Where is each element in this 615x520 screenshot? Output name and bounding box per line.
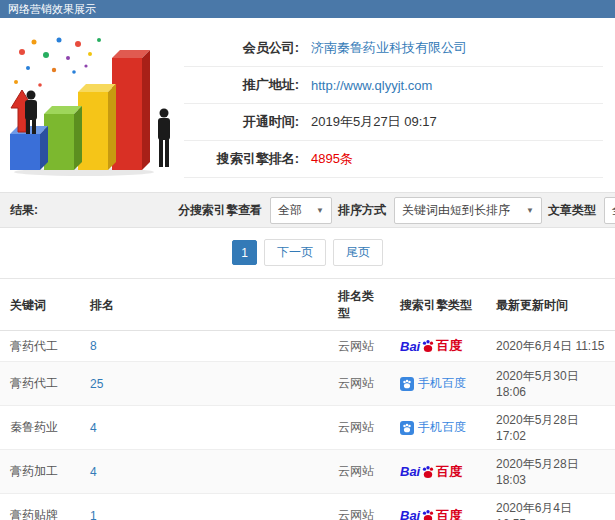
baidu-logo-bai-text: Bai <box>400 464 420 479</box>
info-label: 会员公司: <box>184 39 299 57</box>
engine-cell: 手机百度 <box>390 362 486 406</box>
rank-type-cell: 云网站 <box>328 331 390 362</box>
title-bar: 网络营销效果展示 <box>0 0 615 18</box>
updated-cell: 2020年5月28日 17:02 <box>486 406 615 450</box>
baidu-paw-icon <box>421 465 435 479</box>
updated-cell: 2020年6月4日 11:15 <box>486 331 615 362</box>
info-label: 推广地址: <box>184 76 299 94</box>
info-value[interactable]: http://www.qlyyjt.com <box>311 78 432 93</box>
results-label: 结果: <box>10 202 178 219</box>
info-panel: 会员公司: 济南秦鲁药业科技有限公司 推广地址: http://www.qlyy… <box>184 30 607 184</box>
baidu-pc-logo: Bai 百度 <box>400 337 462 355</box>
rank-cell[interactable]: 25 <box>80 362 328 406</box>
keyword-cell: 秦鲁药业 <box>0 406 80 450</box>
article-type-label: 文章类型 <box>548 202 596 219</box>
engine-cell: Bai 百度 <box>390 494 486 520</box>
rank-cell[interactable]: 4 <box>80 450 328 494</box>
page-1-button[interactable]: 1 <box>232 240 257 265</box>
keyword-cell: 膏药代工 <box>0 331 80 362</box>
table-row: 膏药加工 4 云网站 Bai 百度 2020年5月28日 18:03 <box>0 450 615 494</box>
baidu-logo-bai-text: Bai <box>400 339 420 354</box>
table-row: 膏药代工 25 云网站 手机百度 2020年5月30日 18:06 <box>0 362 615 406</box>
table-row: 膏药代工 8 云网站 Bai 百度 2020年6月4日 11:15 <box>0 331 615 362</box>
engine-filter-select[interactable]: 全部 ▼ <box>270 197 332 224</box>
sort-filter-value: 关键词由短到长排序 <box>402 202 510 219</box>
baidu-logo-du-text: 百度 <box>436 463 462 481</box>
engine-cell: Bai 百度 <box>390 450 486 494</box>
next-page-button[interactable]: 下一页 <box>264 239 326 266</box>
baidu-logo-bai-text: Bai <box>400 508 420 520</box>
info-row: 会员公司: 济南秦鲁药业科技有限公司 <box>184 30 603 67</box>
chevron-down-icon: ▼ <box>316 206 324 215</box>
mobile-baidu-label: 手机百度 <box>418 375 466 392</box>
info-row: 开通时间: 2019年5月27日 09:17 <box>184 104 603 141</box>
info-value[interactable]: 济南秦鲁药业科技有限公司 <box>311 39 467 57</box>
rank-cell[interactable]: 1 <box>80 494 328 520</box>
engine-filter-label: 分搜索引擎查看 <box>178 202 262 219</box>
rank-cell[interactable]: 8 <box>80 331 328 362</box>
info-label: 开通时间: <box>184 113 299 131</box>
updated-cell: 2020年6月4日 16:55 <box>486 494 615 520</box>
baidu-pc-logo: Bai 百度 <box>400 463 462 481</box>
last-page-button[interactable]: 尾页 <box>333 239 383 266</box>
article-type-select[interactable]: 全部 ▼ <box>604 197 615 224</box>
engine-cell: 手机百度 <box>390 406 486 450</box>
rank-type-cell: 云网站 <box>328 450 390 494</box>
mobile-baidu-label: 手机百度 <box>418 419 466 436</box>
engine-cell: Bai 百度 <box>390 331 486 362</box>
column-header: 关键词 <box>0 279 80 331</box>
mobile-baidu-logo: 手机百度 <box>400 375 466 392</box>
updated-cell: 2020年5月30日 18:06 <box>486 362 615 406</box>
keyword-cell: 膏药贴牌 <box>0 494 80 520</box>
column-header: 排名类型 <box>328 279 390 331</box>
baidu-pc-logo: Bai 百度 <box>400 507 462 520</box>
bar-chart-graphic <box>4 30 184 180</box>
mobile-baidu-icon <box>400 421 414 435</box>
keyword-ranking-table: 关键词排名排名类型搜索引擎类型最新更新时间 膏药代工 8 云网站 Bai 百度 … <box>0 279 615 520</box>
baidu-logo-du-text: 百度 <box>436 507 462 520</box>
table-row: 秦鲁药业 4 云网站 手机百度 2020年5月28日 17:02 <box>0 406 615 450</box>
info-row: 搜索引擎排名: 4895条 <box>184 141 603 178</box>
info-value: 2019年5月27日 09:17 <box>311 113 437 131</box>
column-header: 排名 <box>80 279 328 331</box>
page-title: 网络营销效果展示 <box>8 3 96 15</box>
info-value: 4895条 <box>311 150 353 168</box>
rank-type-cell: 云网站 <box>328 362 390 406</box>
chevron-down-icon: ▼ <box>526 206 534 215</box>
info-row: 推广地址: http://www.qlyyjt.com <box>184 67 603 104</box>
filter-controls: 分搜索引擎查看 全部 ▼ 排序方式 关键词由短到长排序 ▼ 文章类型 全部 ▼ … <box>178 187 615 233</box>
mobile-baidu-icon <box>400 377 414 391</box>
baidu-paw-icon <box>421 509 435 520</box>
marketing-report-page: 网络营销效果展示 <box>0 0 615 520</box>
results-filter-bar: 结果: 分搜索引擎查看 全部 ▼ 排序方式 关键词由短到长排序 ▼ 文章类型 全… <box>0 192 615 228</box>
column-header: 最新更新时间 <box>486 279 615 331</box>
table-row: 膏药贴牌 1 云网站 Bai 百度 2020年6月4日 16:55 <box>0 494 615 520</box>
baidu-logo-du-text: 百度 <box>436 337 462 355</box>
keyword-cell: 膏药加工 <box>0 450 80 494</box>
mobile-baidu-logo: 手机百度 <box>400 419 466 436</box>
growth-chart-illustration <box>4 30 184 184</box>
rank-type-cell: 云网站 <box>328 494 390 520</box>
member-info-section: 会员公司: 济南秦鲁药业科技有限公司 推广地址: http://www.qlyy… <box>0 18 615 186</box>
updated-cell: 2020年5月28日 18:03 <box>486 450 615 494</box>
sort-filter-label: 排序方式 <box>338 202 386 219</box>
businessman-figure-right <box>158 109 170 168</box>
pagination: 1 下一页 尾页 <box>0 228 615 279</box>
confetti-dots <box>14 38 101 87</box>
rank-cell[interactable]: 4 <box>80 406 328 450</box>
info-label: 搜索引擎排名: <box>184 150 299 168</box>
baidu-paw-icon <box>421 339 435 353</box>
sort-filter-select[interactable]: 关键词由短到长排序 ▼ <box>394 197 542 224</box>
rank-type-cell: 云网站 <box>328 406 390 450</box>
engine-filter-value: 全部 <box>278 202 302 219</box>
table-header-row: 关键词排名排名类型搜索引擎类型最新更新时间 <box>0 279 615 331</box>
keyword-cell: 膏药代工 <box>0 362 80 406</box>
column-header: 搜索引擎类型 <box>390 279 486 331</box>
